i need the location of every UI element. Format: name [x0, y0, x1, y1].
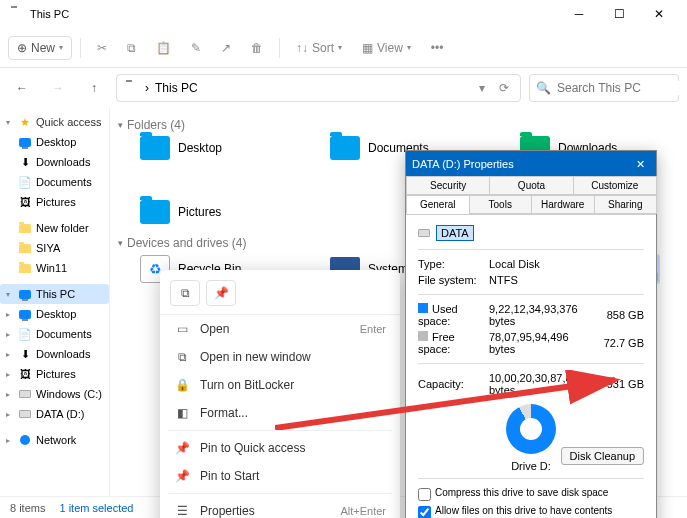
folder-pictures[interactable]: Pictures — [140, 200, 280, 224]
folder-icon — [330, 136, 360, 160]
star-icon: ★ — [18, 115, 32, 129]
sidebar-newfolder[interactable]: New folder — [0, 218, 109, 238]
sidebar-documents[interactable]: 📄Documents — [0, 172, 109, 192]
ctx-open-button[interactable]: ⧉ — [170, 280, 200, 306]
address-bar[interactable]: › ▾ ⟳ — [116, 74, 521, 102]
window-title: This PC — [30, 8, 559, 20]
refresh-button[interactable]: ⟳ — [494, 81, 514, 95]
documents-icon: 📄 — [18, 175, 32, 189]
search-box[interactable]: 🔍 — [529, 74, 679, 102]
forward-button[interactable]: → — [44, 74, 72, 102]
paste-button[interactable]: 📋 — [148, 37, 179, 59]
sidebar-network[interactable]: ▸Network — [0, 430, 109, 450]
folder-icon — [140, 136, 170, 160]
properties-icon: ☰ — [174, 504, 190, 518]
status-selected: 1 item selected — [59, 502, 133, 514]
paste-icon: 📋 — [156, 41, 171, 55]
share-button[interactable]: ↗ — [213, 37, 239, 59]
maximize-button[interactable]: ☐ — [599, 0, 639, 28]
sidebar-sub-downloads[interactable]: ▸⬇Downloads — [0, 344, 109, 364]
pc-icon — [18, 287, 32, 301]
sidebar-siya[interactable]: SIYA — [0, 238, 109, 258]
delete-button[interactable]: 🗑 — [243, 37, 271, 59]
ctx-open-new-window[interactable]: ⧉Open in new window — [160, 343, 400, 371]
close-button[interactable]: ✕ — [639, 0, 679, 28]
folders-header[interactable]: ▾Folders (4) — [110, 114, 687, 136]
tab-hardware[interactable]: Hardware — [531, 195, 595, 214]
ctx-open[interactable]: ▭OpenEnter — [160, 315, 400, 343]
back-button[interactable]: ← — [8, 74, 36, 102]
capacity-donut — [506, 404, 556, 454]
pictures-icon: 🖼 — [18, 195, 32, 209]
address-input[interactable] — [155, 81, 466, 95]
delete-icon: 🗑 — [251, 41, 263, 55]
drive-name-input[interactable]: DATA — [436, 225, 474, 241]
index-checkbox[interactable]: Allow files on this drive to have conten… — [418, 503, 644, 518]
open-icon: ▭ — [174, 322, 190, 336]
sidebar-win11[interactable]: Win11 — [0, 258, 109, 278]
sidebar: ▾★Quick access Desktop ⬇Downloads 📄Docum… — [0, 108, 110, 496]
rename-button[interactable]: ✎ — [183, 37, 209, 59]
sidebar-sub-windows[interactable]: ▸Windows (C:) — [0, 384, 109, 404]
titlebar: This PC ─ ☐ ✕ — [0, 0, 687, 28]
cut-button[interactable]: ✂ — [89, 37, 115, 59]
downloads-icon: ⬇ — [18, 155, 32, 169]
rename-icon: ✎ — [191, 41, 201, 55]
sidebar-quick-access[interactable]: ▾★Quick access — [0, 112, 109, 132]
disk-cleanup-button[interactable]: Disk Cleanup — [561, 447, 644, 465]
tab-quota[interactable]: Quota — [489, 176, 573, 195]
folder-icon — [18, 241, 32, 255]
properties-titlebar[interactable]: DATA (D:) Properties ✕ — [406, 151, 656, 177]
ctx-properties[interactable]: ☰PropertiesAlt+Enter — [160, 497, 400, 518]
copy-icon: ⧉ — [127, 41, 136, 55]
folder-icon — [18, 261, 32, 275]
pin-icon: 📌 — [174, 469, 190, 483]
ctx-bitlocker[interactable]: 🔒Turn on BitLocker — [160, 371, 400, 399]
sidebar-sub-documents[interactable]: ▸📄Documents — [0, 324, 109, 344]
properties-close-button[interactable]: ✕ — [630, 158, 650, 171]
pin-icon: 📌 — [174, 441, 190, 455]
minimize-button[interactable]: ─ — [559, 0, 599, 28]
properties-dialog: DATA (D:) Properties ✕ Security Quota Cu… — [405, 150, 657, 518]
tab-sharing[interactable]: Sharing — [594, 195, 658, 214]
drive-icon — [418, 229, 430, 237]
format-icon: ◧ — [174, 406, 190, 420]
sidebar-sub-pictures[interactable]: ▸🖼Pictures — [0, 364, 109, 384]
app-icon — [8, 6, 24, 22]
ctx-format[interactable]: ◧Format... — [160, 399, 400, 427]
context-menu: ⧉ 📌 ▭OpenEnter ⧉Open in new window 🔒Turn… — [160, 270, 400, 518]
tab-customize[interactable]: Customize — [573, 176, 657, 195]
folder-icon — [18, 221, 32, 235]
sidebar-thispc[interactable]: ▾This PC — [0, 284, 109, 304]
ctx-pin-quick[interactable]: 📌Pin to Quick access — [160, 434, 400, 462]
ctx-pin-start[interactable]: 📌Pin to Start — [160, 462, 400, 490]
view-button[interactable]: ▦ View ▾ — [354, 37, 419, 59]
folder-desktop[interactable]: Desktop — [140, 136, 280, 160]
ctx-pin-button[interactable]: 📌 — [206, 280, 236, 306]
more-button[interactable]: ••• — [423, 37, 452, 59]
properties-title: DATA (D:) Properties — [412, 158, 630, 170]
compress-checkbox[interactable]: Compress this drive to save disk space — [418, 485, 644, 503]
tab-general[interactable]: General — [406, 195, 470, 214]
sidebar-sub-desktop[interactable]: ▸Desktop — [0, 304, 109, 324]
tab-tools[interactable]: Tools — [469, 195, 533, 214]
desktop-icon — [18, 135, 32, 149]
sidebar-pictures[interactable]: 🖼Pictures — [0, 192, 109, 212]
cut-icon: ✂ — [97, 41, 107, 55]
sidebar-downloads[interactable]: ⬇Downloads — [0, 152, 109, 172]
new-button[interactable]: ⊕ New ▾ — [8, 36, 72, 60]
pc-icon — [123, 80, 139, 96]
tab-security[interactable]: Security — [406, 176, 490, 195]
window-icon: ⧉ — [174, 350, 190, 364]
addr-dropdown-button[interactable]: ▾ — [472, 81, 492, 95]
navigation-row: ← → ↑ › ▾ ⟳ 🔍 — [0, 68, 687, 108]
copy-button[interactable]: ⧉ — [119, 37, 144, 59]
share-icon: ↗ — [221, 41, 231, 55]
network-icon — [18, 433, 32, 447]
sidebar-sub-data[interactable]: ▸DATA (D:) — [0, 404, 109, 424]
up-button[interactable]: ↑ — [80, 74, 108, 102]
sidebar-desktop[interactable]: Desktop — [0, 132, 109, 152]
folder-icon — [140, 200, 170, 224]
sort-button[interactable]: ↑↓ Sort ▾ — [288, 37, 350, 59]
search-input[interactable] — [557, 81, 687, 95]
